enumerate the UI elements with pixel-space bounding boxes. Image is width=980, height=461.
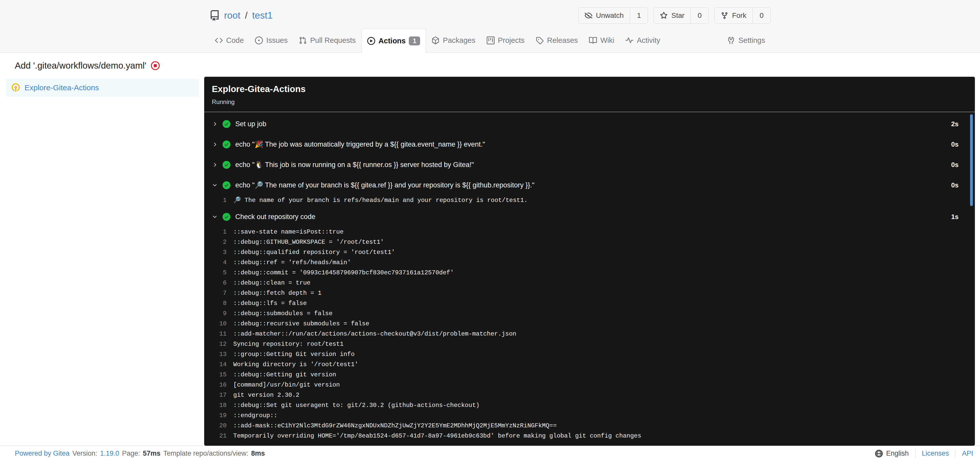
tab-activity[interactable]: Activity <box>620 28 666 52</box>
tab-settings[interactable]: Settings <box>721 28 771 52</box>
eye-slash-icon <box>585 12 592 19</box>
book-icon <box>589 36 597 44</box>
breadcrumb-separator: / <box>245 10 248 21</box>
api-link[interactable]: API <box>962 450 973 458</box>
powered-by-link[interactable]: Powered by Gitea <box>15 450 70 458</box>
log-line-number: 6 <box>212 278 227 288</box>
tab-label: Actions <box>379 37 406 45</box>
log-line[interactable]: 19 ::endgroup:: <box>204 410 975 421</box>
log-line-number: 4 <box>212 258 227 268</box>
tab-projects[interactable]: Projects <box>481 28 530 52</box>
version-label: Version: <box>73 450 97 458</box>
log-line[interactable]: 20 ::add-mask::eC1hY2Nlc3MtdG9rZW46NzgxN… <box>204 421 975 431</box>
tab-wiki[interactable]: Wiki <box>584 28 620 52</box>
log-line[interactable]: 8 ::debug::lfs = false <box>204 298 975 309</box>
log-line[interactable]: 14 Working directory is '/root/test1' <box>204 360 975 370</box>
repo-action-buttons: Unwatch 1 Star 0 Fork 0 <box>578 7 771 24</box>
step-row-echo-event[interactable]: echo "🎉 The job was automatically trigge… <box>204 134 975 155</box>
step-row-echo-runner[interactable]: echo "🐧 This job is now running on a ${{… <box>204 155 975 175</box>
log-line[interactable]: 6 ::debug::clean = true <box>204 278 975 288</box>
repo-header-area: root / test1 Unwatch 1 Star 0 <box>0 0 980 53</box>
step-duration: 0s <box>951 141 959 148</box>
log-line-number: 11 <box>212 329 227 339</box>
step-row-checkout[interactable]: Check out repository code 1s <box>204 206 975 227</box>
footer-divider <box>955 449 956 458</box>
step-logs-checkout: 1 ::save-state name=isPost::true 2 ::deb… <box>204 227 975 442</box>
step-duration: 1s <box>951 213 959 221</box>
log-line-number: 19 <box>212 410 227 421</box>
log-line-number: 16 <box>212 380 227 390</box>
step-logs-echo-branch: 1 🔎 The name of your branch is refs/head… <box>204 195 975 206</box>
tab-releases[interactable]: Releases <box>530 28 584 52</box>
log-line[interactable]: 7 ::debug::fetch depth = 1 <box>204 288 975 298</box>
repo-owner-link[interactable]: root <box>224 10 240 21</box>
log-line[interactable]: 1 🔎 The name of your branch is refs/head… <box>204 195 975 206</box>
repo-breadcrumb: root / test1 <box>209 10 272 21</box>
log-line-number: 2 <box>212 237 227 247</box>
step-row-echo-branch[interactable]: echo "🔎 The name of your branch is ${{ g… <box>204 175 975 195</box>
project-icon <box>487 36 495 44</box>
job-item-explore-gitea-actions[interactable]: Explore-Gitea-Actions <box>6 79 199 97</box>
log-line[interactable]: 1 ::save-state name=isPost::true <box>204 227 975 237</box>
watchers-count-button[interactable]: 1 <box>630 8 648 24</box>
log-line[interactable]: 9 ::debug::submodules = false <box>204 309 975 319</box>
step-duration: 0s <box>951 181 959 189</box>
tab-label: Activity <box>637 36 660 44</box>
check-circle-icon <box>223 120 231 128</box>
watch-button-group: Unwatch 1 <box>578 7 648 24</box>
step-row-set-up-job[interactable]: Set up job 2s <box>204 114 975 134</box>
tab-packages[interactable]: Packages <box>426 28 481 52</box>
tab-code[interactable]: Code <box>209 28 249 52</box>
version-link[interactable]: 1.19.0 <box>100 450 119 458</box>
licenses-link[interactable]: Licenses <box>922 450 949 458</box>
repo-name-link[interactable]: test1 <box>252 10 272 21</box>
page-footer: Powered by Gitea Version: 1.19.0 Page: 5… <box>0 446 980 461</box>
language-selector[interactable]: English <box>875 450 909 458</box>
chevron-down-icon <box>212 214 218 220</box>
log-line-number: 8 <box>212 298 227 309</box>
tab-actions[interactable]: Actions 1 <box>361 29 426 53</box>
step-duration: 2s <box>951 120 959 128</box>
log-line[interactable]: 4 ::debug::ref = 'refs/heads/main' <box>204 258 975 268</box>
log-line[interactable]: 10 ::debug::recursive submodules = false <box>204 319 975 329</box>
log-line-text: ::debug::fetch depth = 1 <box>233 288 321 298</box>
check-circle-icon <box>223 213 231 221</box>
log-line[interactable]: 18 ::debug::Set git useragent to: git/2.… <box>204 400 975 410</box>
step-name: Check out repository code <box>235 213 946 221</box>
log-line-number: 10 <box>212 319 227 329</box>
log-line-number: 21 <box>212 431 227 441</box>
log-line[interactable]: 12 Syncing repository: root/test1 <box>204 339 975 349</box>
log-line[interactable]: 21 Temporarily overriding HOME='/tmp/8ea… <box>204 431 975 441</box>
log-line[interactable]: 3 ::debug::qualified repository = 'root/… <box>204 247 975 258</box>
log-line[interactable]: 13 ::group::Getting Git version info <box>204 349 975 360</box>
stop-icon <box>151 61 160 70</box>
log-line-text: ::debug::ref = 'refs/heads/main' <box>233 258 351 268</box>
log-line[interactable]: 16 [command]/usr/bin/git version <box>204 380 975 390</box>
page-time-label: Page: <box>122 450 140 458</box>
unwatch-button[interactable]: Unwatch <box>579 8 630 24</box>
tab-pull-requests[interactable]: Pull Requests <box>293 28 361 52</box>
tab-issues[interactable]: Issues <box>249 28 293 52</box>
star-button[interactable]: Star <box>654 8 690 24</box>
unwatch-label: Unwatch <box>596 11 624 20</box>
log-line[interactable]: 17 git version 2.30.2 <box>204 390 975 400</box>
forks-count-button[interactable]: 0 <box>752 8 770 24</box>
log-line-number: 1 <box>212 227 227 237</box>
log-line-text: ::debug::clean = true <box>233 278 310 288</box>
log-line[interactable]: 5 ::debug::commit = '0993c16458796907bcf… <box>204 268 975 278</box>
log-line[interactable]: 11 ::add-matcher::/run/act/actions/actio… <box>204 329 975 339</box>
chevron-down-icon <box>212 182 218 188</box>
log-line-text: ::debug::GITHUB_WORKSPACE = '/root/test1… <box>233 237 384 247</box>
globe-icon <box>875 450 883 458</box>
fork-button[interactable]: Fork <box>714 8 752 24</box>
log-line[interactable]: 15 ::debug::Getting git version <box>204 370 975 380</box>
actions-count-badge: 1 <box>409 36 420 45</box>
job-name: Explore-Gitea-Actions <box>24 83 99 92</box>
issue-opened-icon <box>255 36 263 44</box>
stars-count-button[interactable]: 0 <box>690 8 709 24</box>
panel-scrollbar-thumb[interactable] <box>970 114 973 206</box>
log-line[interactable]: 2 ::debug::GITHUB_WORKSPACE = '/root/tes… <box>204 237 975 247</box>
step-name: echo "🐧 This job is now running on a ${{… <box>235 161 946 169</box>
log-line-number: 13 <box>212 349 227 360</box>
cancel-run-button[interactable] <box>151 61 160 70</box>
